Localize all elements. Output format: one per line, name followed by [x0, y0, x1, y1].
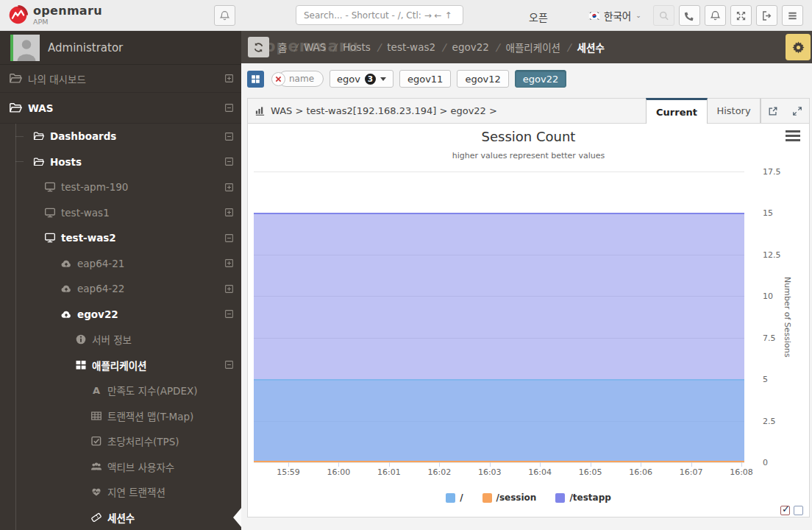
collapse-icon[interactable] [224, 360, 234, 370]
alarm-bell-button[interactable] [214, 5, 235, 26]
y-tick-label: 12.5 [763, 250, 781, 259]
sidebar-item-label: Hosts [50, 156, 82, 168]
refresh-button[interactable] [248, 37, 269, 57]
legend-item[interactable]: /session [482, 492, 537, 503]
sidebar-item-label: 만족도 지수(APDEX) [107, 383, 197, 398]
grid-icon [75, 359, 87, 371]
breadcrumb-separator: / [442, 41, 446, 53]
language-selector[interactable]: 한국어 ⌄ [588, 8, 641, 23]
sidebar-item[interactable]: A만족도 지수(APDEX) [0, 378, 241, 403]
filter-tag-name[interactable]: name [278, 71, 324, 87]
remove-tag-icon[interactable] [271, 72, 285, 86]
collapse-icon[interactable] [224, 132, 234, 141]
bell-icon [219, 10, 230, 21]
x-tick-mark [439, 462, 440, 467]
breadcrumb-item[interactable]: egov22 [452, 41, 489, 53]
group-dropdown-label: egov [337, 74, 360, 85]
breadcrumb: 홈/WAS/Hosts/test-was2/egov22/애플리케이션/세션수 [278, 40, 605, 54]
instance-button-egov22[interactable]: egov22 [515, 70, 566, 88]
chat-search-button [653, 5, 674, 26]
tab-current[interactable]: Current [646, 98, 708, 124]
top-bar: openmaru APM 오픈 한국어 ⌄ [0, 0, 812, 31]
sidebar-item[interactable]: WAS [0, 93, 241, 124]
x-tick-label: 16:06 [629, 467, 652, 477]
sidebar-item[interactable]: test-was1 [0, 200, 241, 226]
chart-context-menu-icon[interactable] [786, 130, 800, 141]
expand-icon [792, 106, 802, 116]
ticket-icon [90, 512, 102, 523]
sidebar-item-label: Dashboards [50, 130, 116, 142]
sidebar-item[interactable]: 세션수 [0, 505, 241, 530]
open-external-button[interactable] [761, 99, 785, 123]
collapse-icon[interactable] [224, 157, 234, 166]
x-tick-label: 16:08 [730, 467, 753, 477]
sidebar-item[interactable]: 서버 정보 [0, 327, 241, 353]
legend-item[interactable]: / [446, 492, 463, 503]
sidebar-item[interactable]: test-was2 [0, 225, 241, 251]
sidebar-item[interactable]: test-apm-190 [0, 174, 241, 200]
folder-icon [33, 156, 45, 168]
maximize-button[interactable] [785, 99, 809, 123]
sidebar-item[interactable]: 초당처리수(TPS) [0, 428, 241, 454]
sidebar-item[interactable]: 액티브 사용자수 [0, 454, 241, 480]
collapse-icon[interactable] [224, 309, 234, 319]
brand-logo[interactable]: openmaru APM [8, 5, 102, 26]
menu-button[interactable] [782, 5, 803, 26]
breadcrumb-item[interactable]: test-was2 [387, 41, 435, 53]
sidebar-item[interactable]: Hosts [0, 149, 241, 175]
chart-title: Session Count [248, 129, 809, 144]
cloud-icon [60, 308, 72, 320]
phone-button[interactable] [679, 5, 700, 26]
group-dropdown[interactable]: egov 3 [330, 70, 393, 88]
expand-icon[interactable] [224, 183, 234, 192]
instance-button-egov11[interactable]: egov11 [399, 70, 451, 88]
instance-button-egov12[interactable]: egov12 [457, 70, 508, 88]
expand-icon[interactable] [224, 74, 234, 83]
layout-grid-button[interactable] [247, 71, 264, 88]
logout-button[interactable] [756, 5, 777, 26]
widget-footer-checkboxes [780, 506, 803, 515]
checkbox-checked[interactable] [780, 506, 790, 515]
breadcrumb-item[interactable]: WAS [304, 41, 326, 53]
x-tick-label: 15:59 [277, 467, 300, 477]
breadcrumb-item[interactable]: 애플리케이션 [505, 40, 560, 54]
y-tick-label: 10 [763, 292, 773, 301]
collapse-icon[interactable] [224, 103, 234, 113]
korea-flag-icon [588, 12, 600, 20]
settings-button[interactable] [786, 34, 811, 60]
breadcrumb-item[interactable]: 홈 [278, 40, 287, 54]
sidebar-item[interactable]: 트랜잭션 맵(T-Map) [0, 403, 241, 429]
breadcrumb-item[interactable]: Hosts [343, 41, 371, 53]
folder-icon [33, 130, 45, 142]
sidebar-item[interactable]: 나의 대시보드 [0, 65, 241, 93]
sidebar-item[interactable]: 지연 트랜잭션 [0, 479, 241, 505]
bell-button[interactable] [705, 5, 726, 26]
expand-icon[interactable] [224, 208, 234, 217]
sidebar-item[interactable]: Dashboards [0, 124, 241, 149]
breadcrumb-separator: / [332, 41, 336, 53]
sidebar-item[interactable]: eap64-22 [0, 276, 241, 302]
sidebar-item-label: WAS [28, 102, 53, 114]
sidebar-item[interactable]: eap64-21 [0, 251, 241, 277]
monitor-icon [44, 181, 56, 193]
sidebar-item[interactable]: egov22 [0, 302, 241, 328]
breadcrumb-separator: / [377, 41, 381, 53]
gridline [254, 172, 744, 172]
tab-history[interactable]: History [708, 99, 761, 123]
legend-item[interactable]: /testapp [555, 492, 610, 503]
breadcrumb-separator: / [293, 41, 297, 53]
collapse-icon[interactable] [224, 233, 234, 243]
expand-icon[interactable] [224, 258, 234, 268]
x-tick-label: 16:01 [377, 467, 401, 477]
fullscreen-button[interactable] [730, 5, 752, 26]
user-panel[interactable]: Administrator [0, 31, 241, 65]
x-tick-mark [641, 462, 641, 467]
x-tick-label: 16:05 [579, 467, 602, 477]
checkbox-unchecked[interactable] [794, 506, 803, 515]
search-input[interactable] [296, 5, 463, 25]
expand-icon[interactable] [224, 284, 234, 294]
sidebar-item-label: 지연 트랜잭션 [107, 484, 165, 499]
filter-tag-label: name [289, 74, 314, 84]
y-tick-label: 2.5 [763, 416, 776, 425]
sidebar-item[interactable]: 애플리케이션 [0, 353, 241, 378]
